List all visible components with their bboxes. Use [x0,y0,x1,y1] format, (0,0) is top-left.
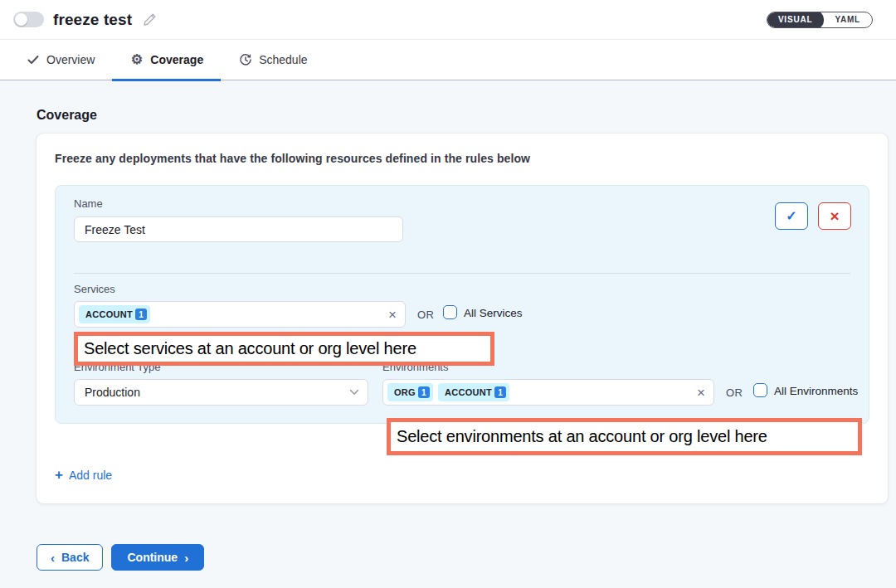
services-annotation: Select services at an account or org lev… [74,332,494,366]
all-services-checkbox[interactable] [443,305,457,319]
tab-coverage[interactable]: ⚙ Coverage [112,40,221,80]
tab-schedule-label: Schedule [259,53,307,66]
footer-actions: ‹ Back Continue › [37,544,896,571]
close-icon: × [830,207,839,226]
tab-bar: Overview ⚙ Coverage Schedule [0,40,896,80]
view-mode-toggle: VISUAL YAML [767,12,873,28]
continue-button[interactable]: Continue › [111,544,204,571]
pencil-icon [142,12,158,27]
check-icon: ✓ [786,208,796,224]
gear-icon: ⚙ [129,53,144,67]
environments-input[interactable]: ORG 1 ACCOUNT 1 × [382,379,714,406]
env-tag-org: ORG 1 [387,383,433,401]
clear-services-icon[interactable]: × [388,308,397,322]
all-services-label[interactable]: All Services [464,307,523,319]
rule-name-field [74,216,403,242]
service-tag-count-badge: 1 [135,309,147,320]
service-tag-account: ACCOUNT 1 [79,305,150,323]
environment-type-select[interactable]: Production [74,379,368,406]
rule-name-input[interactable] [75,223,402,236]
add-rule-button[interactable]: + Add rule [55,468,112,482]
service-tag-text: ACCOUNT [85,309,133,319]
or-label: OR [726,386,743,399]
content-area: Coverage Freeze any deployments that hav… [0,80,896,571]
services-label: Services [74,283,115,295]
back-button-label: Back [61,551,89,564]
freeze-enable-toggle[interactable] [13,12,44,27]
rule-card: Name ✓ × Services ACCOUNT 1 × OR [55,185,869,424]
page-title: freeze test [53,11,132,29]
env-tag-account-text: ACCOUNT [445,387,492,397]
name-label: Name [74,197,103,210]
edit-title-button[interactable] [142,12,158,27]
back-button[interactable]: ‹ Back [37,544,103,571]
visual-toggle-button[interactable]: VISUAL [767,12,824,28]
chevron-right-icon: › [184,552,188,564]
coverage-card: Freeze any deployments that have the fol… [37,134,888,503]
env-tag-org-text: ORG [394,387,416,397]
all-environments-checkbox[interactable] [753,383,767,397]
chevron-down-icon [349,389,359,396]
env-tag-account-count-badge: 1 [494,386,506,398]
card-description: Freeze any deployments that have the fol… [55,152,869,165]
plus-icon: + [55,468,63,482]
toggle-knob [15,13,27,26]
all-environments-label[interactable]: All Environments [774,385,858,397]
yaml-toggle-button[interactable]: YAML [823,12,872,28]
tab-overview-label: Overview [46,53,95,66]
section-heading: Coverage [37,108,896,123]
add-rule-label: Add rule [69,469,112,482]
env-tag-org-count-badge: 1 [418,386,430,398]
check-icon [26,53,40,67]
continue-button-label: Continue [127,551,178,564]
confirm-rule-button[interactable]: ✓ [775,202,808,230]
clear-environments-icon[interactable]: × [697,386,705,400]
rule-divider [74,273,850,274]
chevron-left-icon: ‹ [51,552,55,564]
env-tag-account: ACCOUNT 1 [438,383,509,401]
environment-type-value: Production [75,386,150,399]
delete-rule-button[interactable]: × [818,202,851,230]
header: freeze test VISUAL YAML [0,0,896,40]
tab-schedule[interactable]: Schedule [221,40,324,80]
tab-coverage-label: Coverage [150,53,203,66]
environments-annotation: Select environments at an account or org… [387,418,862,455]
tab-overview[interactable]: Overview [8,40,112,80]
schedule-clock-icon [238,53,252,67]
services-input[interactable]: ACCOUNT 1 × [74,301,406,328]
or-label: OR [417,309,434,321]
